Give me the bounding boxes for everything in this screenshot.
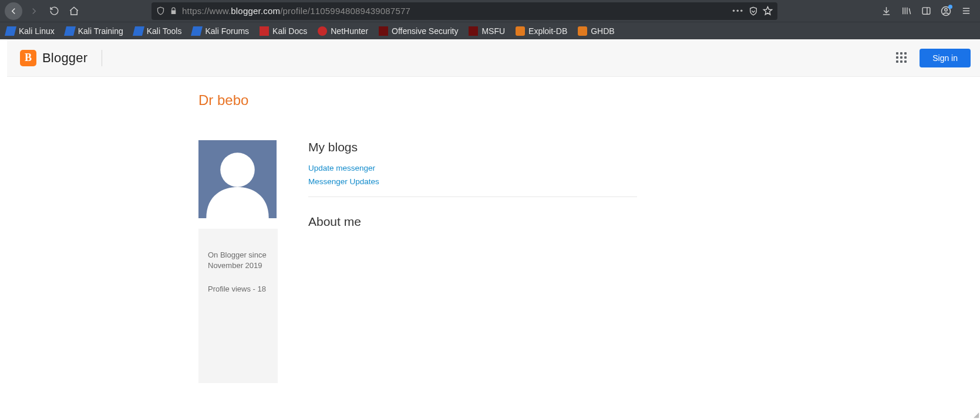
stats-views: Profile views - 18 (208, 284, 268, 294)
divider (102, 50, 102, 66)
profile-left-column: On Blogger since November 2019 Profile v… (198, 140, 278, 383)
blog-link[interactable]: Messenger Updates (308, 177, 637, 186)
bookmark-item[interactable]: GHDB (578, 26, 614, 36)
bookmark-favicon-icon (260, 26, 269, 36)
arrow-right-icon (29, 6, 39, 16)
page-viewport: B Blogger Sign in Dr bebo (0, 39, 980, 383)
stats-joined: On Blogger since November 2019 (208, 250, 268, 271)
avatar (198, 140, 277, 218)
bookmark-favicon-icon (5, 26, 16, 36)
bookmark-label: Offensive Security (392, 26, 458, 36)
bookmark-favicon-icon (318, 26, 327, 36)
svg-rect-0 (922, 8, 930, 14)
home-icon (69, 6, 79, 16)
browser-nav-row: https://www.blogger.com/profile/11059948… (0, 0, 980, 22)
app-menu-button[interactable] (960, 5, 972, 17)
bookmarks-bar: Kali LinuxKali TrainingKali ToolsKali Fo… (0, 22, 980, 39)
bookmark-favicon-icon (578, 26, 587, 36)
lock-icon[interactable] (170, 7, 177, 15)
sidebar-button[interactable] (920, 5, 932, 17)
my-blogs-heading: My blogs (308, 140, 637, 154)
bookmark-label: Kali Training (78, 26, 123, 36)
blogger-b-icon: B (20, 50, 36, 66)
tracking-shield-icon[interactable] (156, 6, 165, 15)
arrow-left-icon (8, 6, 19, 16)
bookmark-item[interactable]: Kali Linux (6, 26, 55, 36)
avatar-silhouette-icon (198, 140, 277, 218)
pocket-icon[interactable] (749, 6, 758, 16)
bookmark-label: GHDB (591, 26, 614, 36)
sign-in-button[interactable]: Sign in (920, 49, 971, 67)
bookmark-favicon-icon (191, 26, 203, 36)
url-path: /profile/11059948089439087577 (280, 6, 410, 16)
reload-button[interactable] (46, 3, 62, 19)
bookmark-favicon-icon (133, 26, 144, 36)
back-button[interactable] (5, 2, 22, 20)
hamburger-icon (961, 6, 971, 16)
url-host: blogger.com (231, 6, 280, 16)
profile-name: Dr bebo (198, 92, 980, 109)
profile-columns: On Blogger since November 2019 Profile v… (198, 140, 980, 383)
blogs-list: Update messengerMessenger Updates (308, 164, 637, 186)
bookmark-item[interactable]: NetHunter (318, 26, 368, 36)
library-icon (901, 6, 911, 16)
url-scheme: https://www. (182, 6, 231, 16)
browser-chrome: https://www.blogger.com/profile/11059948… (0, 0, 980, 39)
profile-stats: On Blogger since November 2019 Profile v… (198, 229, 278, 383)
blogger-word: Blogger (42, 50, 87, 66)
bookmark-favicon-icon (469, 26, 478, 36)
more-dots-icon[interactable]: ••• (732, 6, 744, 15)
bookmark-item[interactable]: MSFU (469, 26, 505, 36)
downloads-button[interactable] (880, 5, 892, 17)
svg-point-4 (220, 153, 255, 187)
profile-content: Dr bebo On Blogger since November 2019 P… (7, 77, 980, 383)
profile-right-column: My blogs Update messengerMessenger Updat… (308, 140, 637, 238)
bookmark-item[interactable]: Kali Forums (192, 26, 249, 36)
about-me-heading: About me (308, 215, 637, 229)
bookmark-item[interactable]: Kali Docs (260, 26, 307, 36)
bookmark-label: Exploit-DB (528, 26, 567, 36)
bookmark-label: Kali Linux (19, 26, 55, 36)
library-button[interactable] (900, 5, 912, 17)
blogger-logo[interactable]: B Blogger (20, 50, 87, 66)
notification-dot-icon (948, 5, 952, 9)
bookmark-item[interactable]: Offensive Security (379, 26, 458, 36)
bookmark-favicon-icon (379, 26, 388, 36)
bookmark-item[interactable]: Kali Tools (134, 26, 182, 36)
sidebar-icon (921, 6, 931, 16)
blog-link[interactable]: Update messenger (308, 164, 637, 172)
home-button[interactable] (66, 3, 82, 19)
bookmark-label: Kali Forums (205, 26, 249, 36)
blogger-header: B Blogger Sign in (7, 39, 980, 77)
bookmark-item[interactable]: Exploit-DB (516, 26, 567, 36)
reload-icon (49, 6, 59, 16)
forward-button[interactable] (26, 3, 42, 19)
blogger-header-right: Sign in (896, 49, 971, 67)
bookmark-label: Kali Tools (147, 26, 182, 36)
bookmark-favicon-icon (516, 26, 525, 36)
divider (308, 197, 637, 197)
address-bar[interactable]: https://www.blogger.com/profile/11059948… (151, 2, 777, 20)
google-apps-button[interactable] (896, 52, 908, 64)
bookmark-star-icon[interactable] (763, 6, 773, 16)
bookmark-item[interactable]: Kali Training (65, 26, 123, 36)
bookmark-label: NetHunter (331, 26, 368, 36)
toolbar-right-icons (880, 5, 975, 17)
download-icon (881, 6, 891, 16)
svg-point-2 (945, 8, 948, 11)
url-text: https://www.blogger.com/profile/11059948… (182, 6, 728, 16)
url-actions: ••• (732, 6, 773, 16)
bookmark-favicon-icon (64, 26, 76, 36)
bookmark-label: Kali Docs (272, 26, 307, 36)
bookmark-label: MSFU (481, 26, 505, 36)
account-button[interactable] (940, 5, 952, 17)
